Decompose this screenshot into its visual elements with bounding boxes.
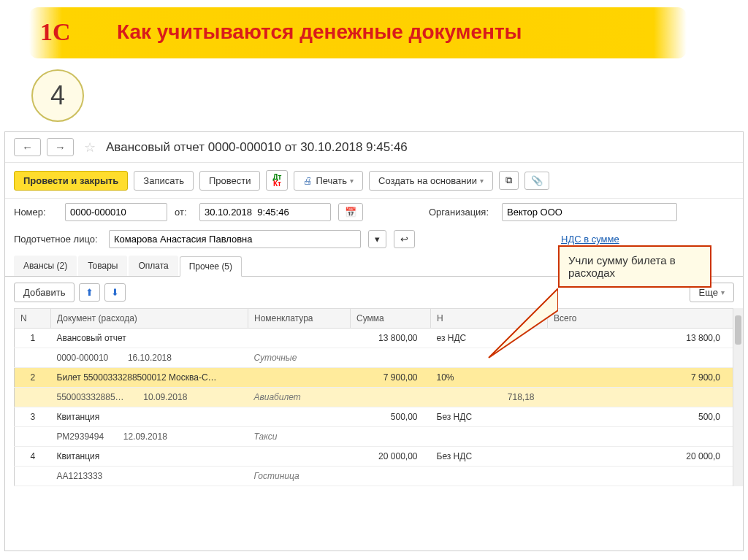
back-button[interactable]: ← xyxy=(14,138,41,156)
slide-header: 1С Как учитываются денежные документы xyxy=(0,0,748,80)
callout-box: Учли сумму билета в расходах xyxy=(558,245,711,288)
table-row[interactable]: 2Билет 55000333288500012 Москва-С…7 900,… xyxy=(15,368,734,388)
print-button[interactable]: 🖨 Печать xyxy=(294,171,363,191)
col-n: N xyxy=(15,309,51,329)
print-icon: 🖨 xyxy=(303,175,313,186)
titlebar: ← → ☆ Авансовый отчет 0000-000010 от 30.… xyxy=(5,132,743,163)
post-and-close-button[interactable]: Провести и закрыть xyxy=(14,171,128,191)
dt-kt-button[interactable]: ДтКт xyxy=(266,170,288,191)
attachment-button[interactable]: 📎 xyxy=(524,172,549,190)
table-row-sub[interactable]: 0000-000010 16.10.2018Суточные xyxy=(15,348,734,368)
step-badge: 4 xyxy=(31,69,84,122)
date-input[interactable] xyxy=(199,203,331,221)
structure-icon: ⧉ xyxy=(505,174,512,186)
tab-advances[interactable]: Авансы (2) xyxy=(14,256,77,276)
person-input[interactable] xyxy=(109,230,361,248)
vat-link[interactable]: НДС в сумме xyxy=(561,234,619,245)
number-input[interactable] xyxy=(65,203,167,221)
calendar-button[interactable]: 📅 xyxy=(338,203,363,221)
table-row-sub[interactable]: 550003332885… 10.09.2018Авиабилет718,18 xyxy=(15,388,734,407)
from-label: от: xyxy=(175,207,192,218)
move-down-button[interactable]: ⬇ xyxy=(104,283,126,302)
table-row-sub[interactable]: РМ2939494 12.09.2018Такси xyxy=(15,427,734,447)
form-row-number: Номер: от: 📅 Организация: xyxy=(5,199,743,226)
move-up-button[interactable]: ⬆ xyxy=(79,283,100,302)
org-label: Организация: xyxy=(429,207,495,218)
table-row[interactable]: 1Авансовый отчет13 800,00ез НДС13 800,0 xyxy=(15,329,734,348)
person-open-button[interactable]: ↩ xyxy=(394,230,415,248)
app-window: ← → ☆ Авансовый отчет 0000-000010 от 30.… xyxy=(4,131,744,551)
post-button[interactable]: Провести xyxy=(199,171,261,191)
table-row-sub[interactable]: АА1213333 Гостиница xyxy=(15,467,734,486)
slide-title: Как учитываются денежные документы xyxy=(117,20,522,44)
forward-button[interactable]: → xyxy=(47,138,74,156)
org-input[interactable] xyxy=(502,203,677,221)
callout-pointer xyxy=(485,288,558,361)
col-nom: Номенклатура xyxy=(248,309,351,329)
expense-grid[interactable]: N Документ (расхода) Номенклатура Сумма … xyxy=(14,308,734,486)
table-row[interactable]: 4Квитанция20 000,00Без НДС20 000,0 xyxy=(15,447,734,467)
toolbar: Провести и закрыть Записать Провести ДтК… xyxy=(5,163,743,199)
add-button[interactable]: Добавить xyxy=(14,283,75,302)
col-total: Всего xyxy=(548,309,734,329)
tab-other[interactable]: Прочее (5) xyxy=(180,256,242,277)
favorite-icon[interactable]: ☆ xyxy=(84,139,96,156)
logo-1c: 1С xyxy=(40,18,71,46)
scrollbar-thumb[interactable] xyxy=(735,315,741,345)
grid-wrap: N Документ (расхода) Номенклатура Сумма … xyxy=(5,308,743,486)
calendar-icon: 📅 xyxy=(345,207,356,218)
structure-button[interactable]: ⧉ xyxy=(499,171,519,190)
dt-kt-icon: ДтКт xyxy=(272,174,281,187)
svg-marker-0 xyxy=(489,288,558,358)
save-button[interactable]: Записать xyxy=(134,171,194,191)
person-label: Подотчетное лицо: xyxy=(14,234,102,245)
col-sum: Сумма xyxy=(351,309,431,329)
grid-scrollbar[interactable] xyxy=(733,308,743,486)
table-row[interactable]: 3Квитанция500,00Без НДС500,0 xyxy=(15,407,734,427)
person-select-button[interactable]: ▾ xyxy=(368,230,386,248)
tab-goods[interactable]: Товары xyxy=(78,256,127,276)
col-doc: Документ (расхода) xyxy=(51,309,248,329)
tab-payment[interactable]: Оплата xyxy=(129,256,178,276)
print-label: Печать xyxy=(316,175,347,186)
number-label: Номер: xyxy=(14,207,58,218)
create-based-button[interactable]: Создать на основании xyxy=(369,171,493,191)
paperclip-icon: 📎 xyxy=(531,175,543,186)
document-title: Авансовый отчет 0000-000010 от 30.10.201… xyxy=(106,140,408,155)
